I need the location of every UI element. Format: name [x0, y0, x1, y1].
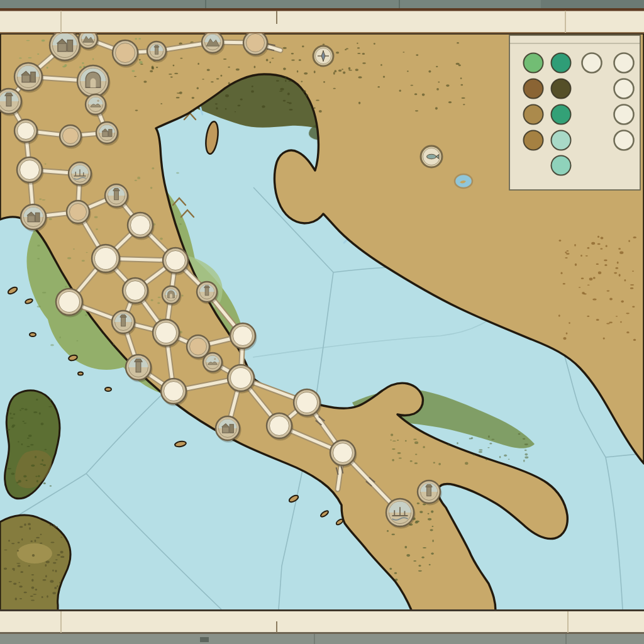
map-node-30[interactable]: [230, 323, 257, 351]
map-node-32[interactable]: [161, 379, 188, 406]
legend-color-token[interactable]: [524, 131, 543, 150]
legend-color-token[interactable]: [552, 53, 571, 73]
game-board: [0, 0, 644, 644]
legend-empty-slot[interactable]: [582, 53, 602, 73]
map-node-27[interactable]: [153, 319, 181, 348]
legend-color-token[interactable]: [552, 131, 571, 150]
map-node-23[interactable]: [162, 286, 182, 306]
map-node-35[interactable]: [267, 413, 294, 441]
map-node-14[interactable]: [17, 157, 44, 185]
tower-icon: [426, 484, 433, 496]
region-token-1[interactable]: [313, 46, 333, 66]
legend-color-token[interactable]: [552, 105, 571, 125]
region-token-2[interactable]: [421, 146, 442, 167]
map-node-7[interactable]: [14, 63, 44, 93]
map-node-15[interactable]: [69, 162, 93, 187]
map-node-12[interactable]: [60, 125, 83, 149]
map-node-11[interactable]: [14, 119, 39, 145]
tower-icon: [154, 45, 159, 54]
map-node-39[interactable]: [418, 480, 442, 506]
map-node-36[interactable]: [216, 416, 242, 443]
map-node-25[interactable]: [56, 289, 84, 318]
map-node-16[interactable]: [21, 204, 48, 232]
map-node-5[interactable]: [202, 31, 225, 55]
map-node-24[interactable]: [197, 282, 219, 304]
legend-empty-slot[interactable]: [614, 105, 634, 125]
map-node-13[interactable]: [96, 122, 119, 146]
map-node-34[interactable]: [294, 389, 322, 418]
tower-icon: [113, 188, 120, 199]
legend-color-token[interactable]: [524, 79, 543, 99]
map-node-33[interactable]: [228, 365, 256, 394]
map-node-4[interactable]: [147, 42, 168, 63]
arch-icon: [168, 291, 175, 298]
map-node-17[interactable]: [67, 201, 91, 226]
legend-color-token[interactable]: [552, 156, 571, 175]
legend-color-token[interactable]: [524, 105, 543, 125]
map-node-18[interactable]: [105, 184, 130, 209]
map-node-29[interactable]: [203, 353, 224, 374]
legend-empty-slot[interactable]: [614, 79, 634, 99]
island-sicily-highland: [17, 543, 52, 564]
arch-icon: [86, 72, 100, 87]
legend-color-token[interactable]: [524, 53, 543, 73]
legend-empty-slot[interactable]: [614, 53, 634, 73]
map-node-3[interactable]: [113, 40, 140, 68]
tower-icon: [204, 286, 209, 296]
tower-icon: [120, 314, 127, 326]
map-node-22[interactable]: [123, 278, 150, 306]
map-node-6[interactable]: [243, 31, 269, 57]
map-node-10[interactable]: [86, 94, 108, 117]
map-node-20[interactable]: [92, 245, 121, 275]
map-node-31[interactable]: [126, 355, 153, 382]
legend-color-token[interactable]: [552, 79, 571, 99]
tower-icon: [135, 359, 142, 372]
map-node-19[interactable]: [128, 213, 155, 240]
tower-icon: [5, 93, 13, 106]
region-token-3[interactable]: [455, 174, 472, 188]
legend-empty-slot[interactable]: [614, 131, 634, 150]
map-node-26[interactable]: [112, 311, 136, 336]
map-node-1[interactable]: [50, 30, 82, 63]
map-node-21[interactable]: [163, 248, 190, 275]
map-node-37[interactable]: [330, 440, 357, 468]
map-node-38[interactable]: [386, 499, 416, 529]
game-map-canvas: [0, 0, 644, 644]
